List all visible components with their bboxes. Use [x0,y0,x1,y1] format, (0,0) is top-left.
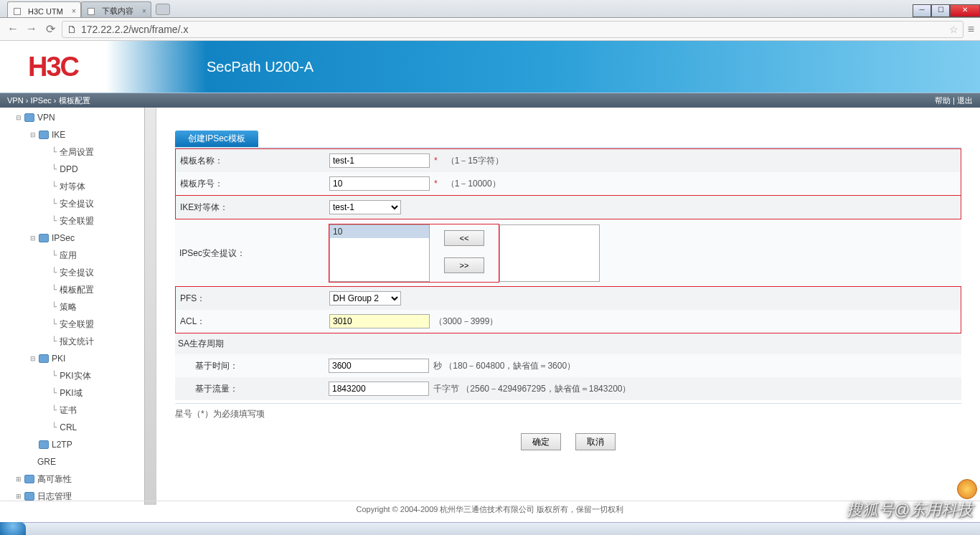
tree-branch-icon: └ [52,216,57,226]
sa-time-input[interactable] [329,359,429,373]
sidebar-item-IPSec[interactable]: ⊟IPSec [0,229,156,247]
label-ike-peer: IKE对等体： [179,202,329,214]
sa-traffic-input[interactable] [329,382,429,396]
form-tab[interactable]: 创建IPSec模板 [175,131,258,147]
tree-toggle-icon[interactable]: ⊞ [14,475,23,483]
cancel-button[interactable]: 取消 [575,433,616,450]
hint-template-seq: （1－10000） [446,178,501,190]
selected-proposal-list[interactable]: 10 [329,224,430,282]
sidebar-item-高可靠性[interactable]: ⊞高可靠性 [0,470,156,488]
sidebar-item-安全联盟[interactable]: └安全联盟 [0,316,156,333]
tree-toggle-icon[interactable]: ⊟ [29,355,37,362]
watermark-orb-icon [957,479,977,499]
minimize-button[interactable]: ─ [913,4,931,17]
template-seq-input[interactable] [329,176,430,191]
group-basic: 模板名称： * （1－15字符） 模板序号： * （1－10000） [175,148,961,196]
folder-icon [39,354,49,363]
tree-toggle-icon[interactable]: ⊟ [29,235,37,242]
sidebar-item-label: 证书 [60,404,77,417]
browser-navbar: ← → ⟳ 🗋 172.22.2.2/wcn/frame/.x ☆ ≡ [0,18,980,41]
sidebar-item-IKE[interactable]: ⊟IKE [0,126,156,143]
hint-acl: （3000－3999） [434,316,498,328]
maximize-button[interactable]: ☐ [931,4,950,17]
folder-icon [24,113,34,122]
tab-title: 下载内容 [102,6,133,16]
sidebar-item-label: VPN [37,113,55,123]
logout-link[interactable]: 退出 [957,96,973,105]
template-name-input[interactable] [329,153,430,168]
hint-template-name: （1－15字符） [446,155,504,167]
sidebar-item-label: 报文统计 [60,336,94,348]
new-tab-button[interactable] [156,4,170,15]
reload-icon[interactable]: ⟳ [43,22,57,37]
sidebar-item-策略[interactable]: └策略 [0,298,156,316]
crumb-vpn[interactable]: VPN [7,96,24,105]
sidebar-item-label: 安全提议 [60,198,94,210]
label-acl: ACL： [179,316,329,328]
move-left-button[interactable]: << [444,230,484,246]
sa-lifetime-header: SA生存周期 [175,333,961,354]
footnote: 星号（*）为必须填写项 [175,404,961,425]
menu-icon[interactable]: ≡ [968,23,974,36]
browser-tab-inactive[interactable]: 下载内容 × [81,1,151,17]
close-icon[interactable]: × [72,7,76,15]
sidebar-item-安全提议[interactable]: └安全提议 [0,264,156,281]
folder-icon [39,234,49,242]
help-link[interactable]: 帮助 [935,96,951,105]
banner: SecPath U200-A [106,41,980,93]
move-right-button[interactable]: >> [444,257,484,273]
sidebar-item-对等体[interactable]: └对等体 [0,178,156,195]
sidebar-item-模板配置[interactable]: └模板配置 [0,281,156,298]
acl-input[interactable] [329,314,430,328]
close-icon[interactable]: × [142,7,146,15]
label-template-name: 模板名称： [179,155,329,167]
browser-titlebar: H3C UTM × 下载内容 × ─ ☐ ✕ [0,0,980,18]
tree-toggle-icon[interactable]: ⊟ [29,131,37,138]
logo: H3C [0,41,106,93]
sidebar-item-label: 安全联盟 [60,215,94,227]
folder-icon [24,492,34,501]
sidebar-item-应用[interactable]: └应用 [0,247,156,264]
tree-toggle-icon[interactable]: ⊟ [14,114,23,121]
sidebar-item-安全联盟[interactable]: └安全联盟 [0,212,156,229]
form-body: 模板名称： * （1－15字符） 模板序号： * （1－10000） IKE对等… [175,148,961,404]
pfs-select[interactable]: DH Group 2 [329,291,401,306]
window-close-button[interactable]: ✕ [950,4,980,17]
sidebar-item-安全提议[interactable]: └安全提议 [0,195,156,212]
sidebar-item-GRE[interactable]: GRE [0,453,156,470]
tab-strip: 创建IPSec模板 [175,131,961,148]
crumb-ipsec[interactable]: IPSec [30,96,51,105]
sidebar-item-label: 全局设置 [60,146,94,158]
footer-copyright: Copyright © 2004-2009 杭州华三通信技术有限公司 版权所有，… [0,501,980,515]
tree-toggle-icon[interactable]: ⊞ [14,493,23,500]
breadcrumb: VPN › IPSec › 模板配置 帮助 | 退出 [0,93,980,108]
sidebar-item-VPN[interactable]: ⊟VPN [0,109,156,126]
available-proposal-list[interactable] [499,224,600,282]
sidebar-item-label: CRL [60,422,77,432]
ok-button[interactable]: 确定 [521,433,561,450]
sidebar-item-证书[interactable]: └证书 [0,402,156,419]
sidebar-item-PKI域[interactable]: └PKI域 [0,384,156,402]
favicon-icon [14,8,21,15]
start-button[interactable] [0,522,26,535]
hint-sa-traffic: 千字节 （2560－4294967295，缺省值＝1843200） [433,383,631,395]
sidebar-item-label: 高可靠性 [37,473,72,486]
sidebar-item-PKI[interactable]: ⊟PKI [0,350,156,367]
sidebar-item-全局设置[interactable]: └全局设置 [0,143,156,161]
sidebar-item-报文统计[interactable]: └报文统计 [0,333,156,350]
sidebar-item-CRL[interactable]: └CRL [0,419,156,436]
required-marker: * [434,179,438,189]
bookmark-icon[interactable]: ☆ [949,24,958,35]
back-icon[interactable]: ← [6,22,20,37]
forward-icon[interactable]: → [24,22,39,37]
sidebar-item-PKI实体[interactable]: └PKI实体 [0,367,156,384]
sidebar-item-label: 策略 [60,301,77,313]
sidebar-item-L2TP[interactable]: L2TP [0,436,156,453]
address-bar[interactable]: 🗋 172.22.2.2/wcn/frame/.x ☆ [62,21,963,38]
page-header: H3C SecPath U200-A [0,41,980,93]
ike-peer-select[interactable]: test-1 [329,200,401,214]
tree-branch-icon: └ [52,405,57,415]
list-item[interactable]: 10 [330,225,429,238]
browser-tab-active[interactable]: H3C UTM × [7,1,81,17]
sidebar-item-DPD[interactable]: └DPD [0,161,156,178]
